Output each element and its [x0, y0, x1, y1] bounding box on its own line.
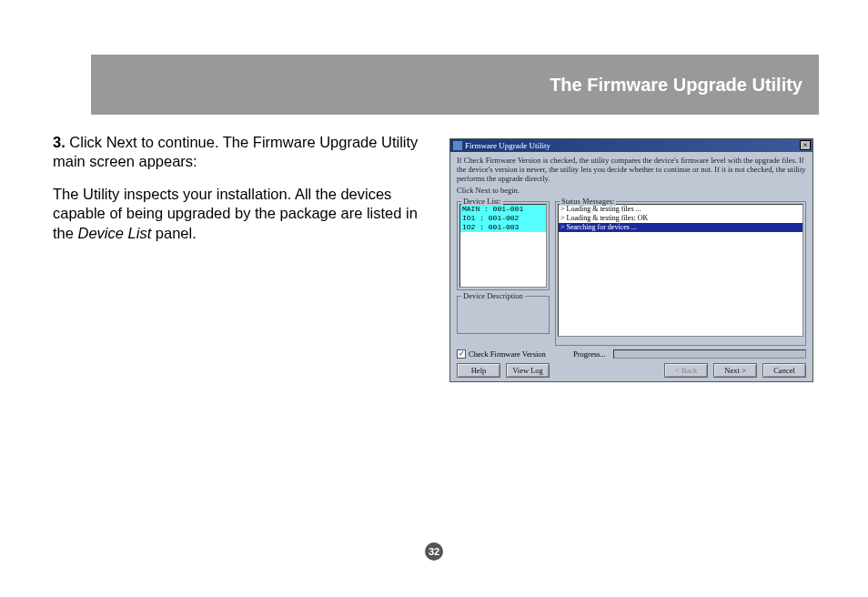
help-button-label: Help	[471, 366, 487, 375]
viewlog-button[interactable]: View Log	[506, 363, 550, 378]
desc-part-b: panel.	[151, 225, 197, 241]
step-paragraph: 3. Click Next to continue. The Firmware …	[53, 133, 426, 172]
progress-bar	[613, 349, 806, 359]
close-button[interactable]: ×	[800, 140, 811, 150]
left-column: Device List: MAIN : 001-001 IO1 : 001-00…	[457, 197, 550, 346]
viewlog-button-label: View Log	[512, 366, 543, 375]
list-item[interactable]: IO2 : 001-003	[460, 223, 546, 232]
device-list-label: Device List:	[461, 197, 503, 206]
panels-row: Device List: MAIN : 001-001 IO1 : 001-00…	[457, 197, 806, 346]
device-list[interactable]: MAIN : 001-001 IO1 : 001-002 IO2 : 001-0…	[459, 204, 547, 288]
list-item[interactable]: MAIN : 001-001	[460, 205, 546, 214]
page-number-value: 32	[429, 546, 439, 557]
back-button[interactable]: < Back	[664, 363, 708, 378]
cancel-button-label: Cancel	[773, 366, 795, 375]
device-list-fieldset: Device List: MAIN : 001-001 IO1 : 001-00…	[457, 201, 550, 290]
firmware-upgrade-window: Firmware Upgrade Utility × If Check Firm…	[449, 138, 813, 382]
instruction-begin: Click Next to begin.	[457, 186, 806, 195]
progress-label: Progress...	[573, 349, 606, 359]
step-text: Click Next to continue. The Firmware Upg…	[53, 134, 418, 169]
help-button[interactable]: Help	[457, 363, 500, 378]
cancel-button[interactable]: Cancel	[762, 363, 806, 378]
status-row: > Searching for devices ...	[559, 223, 802, 232]
description-paragraph: The Utility inspects your installation. …	[53, 185, 426, 243]
status-row: > Loading & testing files: OK	[559, 214, 802, 223]
next-button-label: Next >	[724, 366, 745, 375]
button-spacer	[555, 363, 659, 378]
device-description-fieldset: Device Description	[457, 296, 550, 334]
step-number: 3.	[53, 134, 66, 150]
section-title: The Firmware Upgrade Utility	[550, 75, 802, 96]
app-icon	[453, 141, 462, 150]
right-column: Status Messages: > Loading & testing fil…	[555, 197, 806, 346]
instruction-text: If Check Firmware Version is checked, th…	[457, 157, 806, 183]
page-number: 32	[425, 542, 443, 561]
check-firmware-checkbox[interactable]: ✓ Check Firmware Version	[457, 349, 566, 359]
status-label: Status Messages:	[560, 197, 616, 206]
options-row: ✓ Check Firmware Version Progress...	[457, 349, 806, 359]
back-button-label: < Back	[675, 366, 697, 375]
titlebar-text: Firmware Upgrade Utility	[465, 141, 550, 150]
status-fieldset: Status Messages: > Loading & testing fil…	[555, 201, 806, 346]
status-messages[interactable]: > Loading & testing files ... > Loading …	[558, 204, 803, 337]
device-description-label: Device Description	[461, 291, 525, 300]
list-item[interactable]: IO1 : 001-002	[460, 214, 546, 223]
check-icon: ✓	[459, 350, 465, 358]
checkbox-box[interactable]: ✓	[457, 349, 466, 359]
next-button[interactable]: Next >	[713, 363, 757, 378]
status-row: > Loading & testing files ...	[559, 205, 802, 214]
button-row: Help View Log < Back Next > Cancel	[457, 363, 806, 378]
desc-emph: Device List	[78, 225, 152, 241]
close-icon: ×	[802, 141, 807, 149]
body-text: 3. Click Next to continue. The Firmware …	[53, 133, 426, 256]
checkbox-label: Check Firmware Version	[469, 349, 546, 359]
section-header: The Firmware Upgrade Utility	[91, 55, 819, 115]
titlebar: Firmware Upgrade Utility ×	[450, 139, 812, 152]
window-content: If Check Firmware Version is checked, th…	[450, 152, 812, 381]
